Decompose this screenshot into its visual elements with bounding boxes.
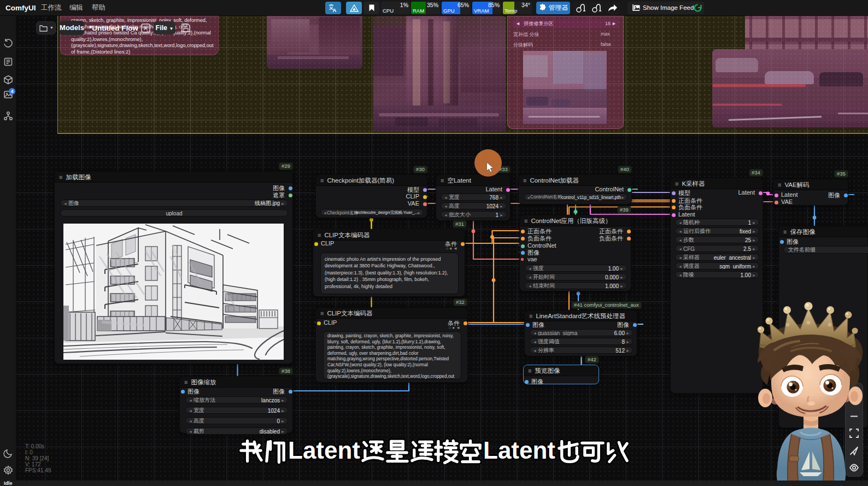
svg-text:A: A <box>333 7 337 13</box>
